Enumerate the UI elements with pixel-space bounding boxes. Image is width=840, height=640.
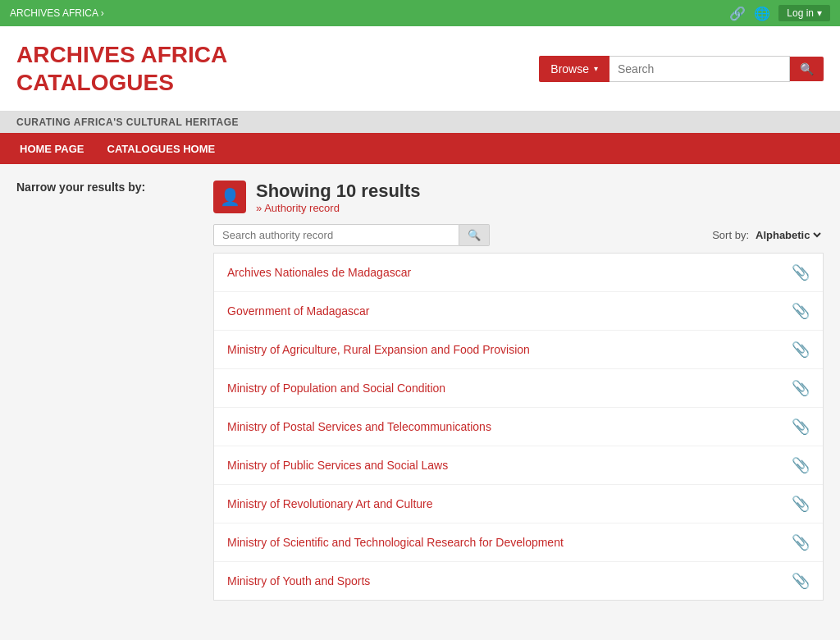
clip-icon: 📎	[792, 341, 810, 359]
authority-search-wrap: 🔍	[213, 224, 490, 246]
result-item[interactable]: Ministry of Revolutionary Art and Cultur…	[214, 485, 823, 523]
result-item[interactable]: Ministry of Agriculture, Rural Expansion…	[214, 331, 823, 369]
result-item[interactable]: Ministry of Public Services and Social L…	[214, 446, 823, 485]
result-link[interactable]: Ministry of Youth and Sports	[227, 574, 370, 587]
site-name[interactable]: ARCHIVES AFRICA ›	[10, 7, 104, 19]
result-link[interactable]: Government of Madagascar	[227, 304, 370, 318]
header: ARCHIVES AFRICA CATALOGUES Browse ▾ 🔍	[0, 26, 840, 112]
header-search-area: Browse ▾ 🔍	[539, 56, 824, 82]
clip-icon: 📎	[792, 263, 810, 281]
browse-caret-icon: ▾	[594, 64, 598, 73]
browse-button[interactable]: Browse ▾	[539, 56, 609, 82]
nav-bar: HOME PAGE CATALOGUES HOME	[0, 133, 840, 164]
clip-icon: 📎	[792, 456, 810, 474]
header-search-input[interactable]	[609, 56, 790, 82]
sort-area: Sort by: Alphabetic	[712, 228, 824, 242]
results-list: Archives Nationales de Madagascar 📎 Gove…	[213, 253, 824, 601]
results-header: 👤 Showing 10 results » Authority record	[213, 181, 824, 214]
clip-icon: 📎	[792, 302, 810, 320]
clip-icon: 📎	[792, 495, 810, 513]
clip-icon: 📎	[792, 418, 810, 436]
result-link[interactable]: Archives Nationales de Madagascar	[227, 266, 411, 279]
main-content: Narrow your results by: 👤 Showing 10 res…	[0, 164, 840, 617]
results-breadcrumb: » Authority record	[256, 202, 421, 214]
result-link[interactable]: Ministry of Scientific and Technological…	[227, 536, 564, 549]
clip-icon: 📎	[792, 572, 810, 590]
sidebar-title: Narrow your results by:	[16, 181, 197, 194]
result-item[interactable]: Ministry of Scientific and Technological…	[214, 523, 823, 562]
result-item[interactable]: Archives Nationales de Madagascar 📎	[214, 254, 823, 292]
search-icon: 🔍	[800, 62, 814, 75]
sidebar: Narrow your results by:	[16, 181, 197, 601]
result-link[interactable]: Ministry of Agriculture, Rural Expansion…	[227, 343, 530, 356]
nav-item-home[interactable]: HOME PAGE	[8, 133, 96, 164]
result-item[interactable]: Ministry of Population and Social Condit…	[214, 369, 823, 408]
authority-icon: 👤	[213, 181, 246, 213]
nav-item-catalogues[interactable]: CATALOGUES HOME	[96, 133, 227, 164]
result-item[interactable]: Government of Madagascar 📎	[214, 292, 823, 331]
top-bar-right: 🔗 🌐 Log in ▾	[729, 5, 830, 21]
results-title: Showing 10 results	[256, 181, 421, 202]
authority-search-icon: 🔍	[468, 229, 481, 241]
top-bar: ARCHIVES AFRICA › 🔗 🌐 Log in ▾	[0, 0, 840, 26]
globe-icon[interactable]: 🌐	[754, 6, 770, 21]
clip-icon: 📎	[792, 533, 810, 551]
subheader: CURATING AFRICA'S CULTURAL HERITAGE	[0, 112, 840, 133]
footer-space	[0, 617, 840, 640]
logo[interactable]: ARCHIVES AFRICA CATALOGUES	[16, 41, 227, 96]
results-area: 👤 Showing 10 results » Authority record …	[213, 181, 824, 601]
result-link[interactable]: Ministry of Revolutionary Art and Cultur…	[227, 497, 433, 510]
sort-dropdown[interactable]: Alphabetic	[752, 228, 824, 242]
result-item[interactable]: Ministry of Youth and Sports 📎	[214, 562, 823, 600]
result-link[interactable]: Ministry of Public Services and Social L…	[227, 459, 448, 472]
authority-search-input[interactable]	[213, 224, 459, 246]
authority-search-button[interactable]: 🔍	[459, 224, 490, 246]
result-link[interactable]: Ministry of Postal Services and Telecomm…	[227, 420, 491, 433]
login-button[interactable]: Log in ▾	[778, 5, 830, 21]
search-sort-row: 🔍 Sort by: Alphabetic	[213, 224, 824, 246]
clip-icon: 📎	[792, 379, 810, 397]
result-item[interactable]: Ministry of Postal Services and Telecomm…	[214, 408, 823, 446]
header-search-button[interactable]: 🔍	[790, 57, 824, 81]
result-link[interactable]: Ministry of Population and Social Condit…	[227, 382, 445, 395]
paperclip-icon[interactable]: 🔗	[729, 6, 746, 21]
